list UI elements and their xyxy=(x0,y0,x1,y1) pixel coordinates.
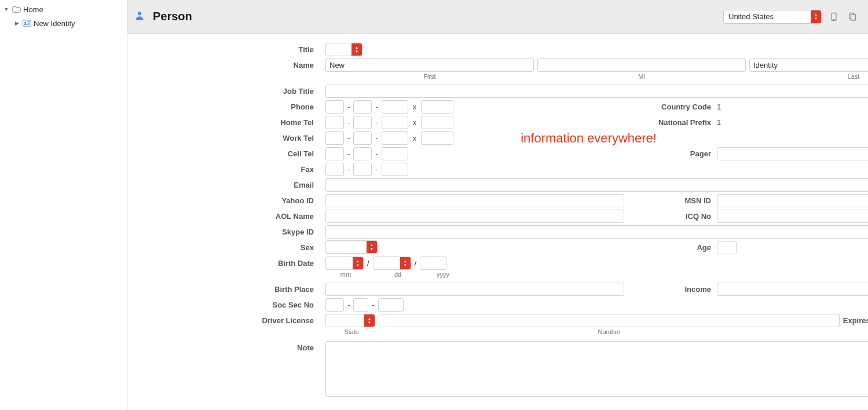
income-input[interactable] xyxy=(717,283,868,296)
ssn-c-input[interactable] xyxy=(378,298,404,312)
sublabel-dd: dd xyxy=(378,271,418,281)
home-a-input[interactable] xyxy=(325,116,344,129)
birth-place-input[interactable] xyxy=(325,283,624,296)
label-pager: Pager xyxy=(630,149,711,158)
person-icon xyxy=(134,10,145,23)
label-aol: AOL Name xyxy=(127,208,320,224)
label-expires: Expires xyxy=(843,316,868,325)
label-yahoo: Yahoo ID xyxy=(127,193,320,208)
main: Person United States ▲▼ Title ▲▼ Name xyxy=(127,0,868,410)
value-national-prefix: 1 xyxy=(717,118,868,127)
sidebar: ▼ Home ▶ New Identity xyxy=(0,0,127,410)
phone-ext-input[interactable] xyxy=(421,100,453,114)
label-dl: Driver License xyxy=(127,313,320,328)
country-select-value: United States xyxy=(724,12,811,21)
label-phone: Phone xyxy=(127,99,320,115)
sidebar-item-home[interactable]: ▼ Home xyxy=(0,2,127,16)
label-home-tel: Home Tel xyxy=(127,115,320,130)
disclosure-right-icon[interactable]: ▶ xyxy=(14,20,20,26)
label-national-prefix: National Prefix xyxy=(630,118,711,127)
label-cell-tel: Cell Tel xyxy=(127,146,320,162)
work-c-input[interactable] xyxy=(382,131,408,145)
home-ext-input[interactable] xyxy=(421,116,453,129)
work-b-input[interactable] xyxy=(353,131,372,145)
job-title-input[interactable] xyxy=(325,85,868,98)
sex-select[interactable]: ▲▼ xyxy=(325,240,378,254)
phone-a-input[interactable] xyxy=(325,100,344,114)
stepper-icon: ▲▼ xyxy=(351,43,362,56)
phone-c-input[interactable] xyxy=(382,100,408,114)
note-textarea[interactable] xyxy=(325,341,868,397)
label-job-title: Job Title xyxy=(127,83,320,99)
sidebar-item-label: New Identity xyxy=(34,19,75,28)
aol-input[interactable] xyxy=(325,210,624,223)
sublabel-first: First xyxy=(325,73,534,80)
skype-input[interactable] xyxy=(325,225,868,239)
work-a-input[interactable] xyxy=(325,131,344,145)
first-name-input[interactable] xyxy=(325,58,534,72)
birth-dd-select[interactable]: ▲▼ xyxy=(373,257,411,270)
sublabel-state: State xyxy=(325,328,378,339)
label-country-code: Country Code xyxy=(630,103,711,111)
svg-rect-4 xyxy=(27,24,29,25)
label-sex: Sex xyxy=(127,240,320,255)
ssn-b-input[interactable] xyxy=(353,298,368,312)
last-name-input[interactable] xyxy=(749,58,868,72)
msn-input[interactable] xyxy=(717,194,868,207)
label-note: Note xyxy=(127,341,320,357)
svg-rect-9 xyxy=(851,14,856,20)
overlay-annotation: information everywhere! xyxy=(521,131,657,146)
header: Person United States ▲▼ xyxy=(127,0,868,34)
stepper-icon: ▲▼ xyxy=(364,314,375,327)
svg-rect-7 xyxy=(833,19,835,20)
fax-b-input[interactable] xyxy=(353,163,372,176)
sublabel-mi: Mi xyxy=(537,73,746,80)
icq-input[interactable] xyxy=(717,210,868,223)
folder-icon xyxy=(12,5,21,13)
copy-icon[interactable] xyxy=(846,10,859,23)
birth-yyyy-input[interactable] xyxy=(420,257,446,270)
stepper-icon: ▲▼ xyxy=(811,10,821,23)
label-work-tel: Work Tel xyxy=(127,130,320,146)
disclosure-down-icon[interactable]: ▼ xyxy=(3,6,9,12)
label-skype: Skype ID xyxy=(127,224,320,240)
label-name: Name xyxy=(127,57,320,73)
identity-icon xyxy=(22,19,31,27)
title-select[interactable]: ▲▼ xyxy=(325,43,362,56)
home-c-input[interactable] xyxy=(382,116,408,129)
label-age: Age xyxy=(630,243,711,252)
sidebar-item-new-identity[interactable]: ▶ New Identity xyxy=(0,16,127,30)
work-ext-input[interactable] xyxy=(421,131,453,145)
sublabel-number: Number xyxy=(378,328,841,339)
fax-c-input[interactable] xyxy=(382,163,408,176)
label-income: Income xyxy=(630,285,711,294)
dl-state-select[interactable]: ▲▼ xyxy=(325,314,375,327)
fax-a-input[interactable] xyxy=(325,163,344,176)
age-input[interactable] xyxy=(717,241,737,254)
stepper-icon: ▲▼ xyxy=(400,257,411,269)
phone-b-input[interactable] xyxy=(353,100,372,114)
value-country-code: 1 xyxy=(717,103,868,111)
country-select[interactable]: United States ▲▼ xyxy=(723,10,822,24)
yahoo-input[interactable] xyxy=(325,194,624,207)
home-b-input[interactable] xyxy=(353,116,372,129)
svg-point-5 xyxy=(138,12,141,15)
sublabel-yyyy: yyyy xyxy=(430,271,456,281)
cell-c-input[interactable] xyxy=(382,147,408,160)
svg-point-1 xyxy=(24,22,26,24)
label-icq: ICQ No xyxy=(630,212,711,221)
sublabel-mm: mm xyxy=(325,271,366,281)
cell-a-input[interactable] xyxy=(325,147,344,160)
email-input[interactable] xyxy=(325,178,868,192)
label-fax: Fax xyxy=(127,162,320,177)
middle-initial-input[interactable] xyxy=(537,58,746,72)
sidebar-item-label: Home xyxy=(23,5,43,14)
birth-mm-select[interactable]: ▲▼ xyxy=(325,257,364,270)
svg-rect-2 xyxy=(27,21,30,22)
label-birth-place: Birth Place xyxy=(127,281,320,297)
device-icon[interactable] xyxy=(827,10,840,23)
ssn-a-input[interactable] xyxy=(325,298,344,312)
cell-b-input[interactable] xyxy=(353,147,372,160)
dl-number-input[interactable] xyxy=(379,314,840,327)
pager-input[interactable] xyxy=(717,147,868,160)
